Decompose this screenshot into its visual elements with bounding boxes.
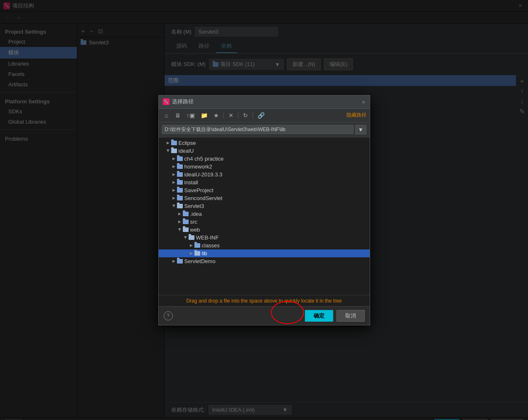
tree-item-classes[interactable]: ▶ classes [159,242,370,249]
tree-folder-eclipse [171,141,177,145]
drop-hint: Drag and drop a file into the space abov… [159,295,370,306]
tree-arrow-src: ▶ [177,220,183,224]
toolbar-sep1 [223,112,224,119]
tree-item-saveproject[interactable]: ▶ SaveProject [159,186,370,194]
tree-label-servlet3: Servlet3 [184,203,204,209]
select-path-dialog: 🔧 选择路径 × ⌂ 🖥 ↑▣ 📁 ★ ✕ ↻ 🔗 隐藏路径 ▼ [158,95,370,325]
tree-folder-ch4 [177,156,183,161]
tree-folder-hw2 [177,164,183,169]
dialog-cancel-button[interactable]: 取消 [336,310,365,322]
tree-arrow-saveproject: ▶ [171,188,177,192]
tree-folder-idea [183,212,189,216]
toolbar-bookmark-button[interactable]: ★ [211,111,221,120]
toolbar-newfolder-button[interactable]: 📁 [199,111,210,120]
dialog-toolbar: ⌂ 🖥 ↑▣ 📁 ★ ✕ ↻ 🔗 隐藏路径 [159,109,370,122]
tree-arrow-second: ▶ [171,196,177,200]
toolbar-sep3 [253,112,253,119]
tree-folder-servletdemo [177,259,183,264]
tree-item-servletdemo[interactable]: ▶ ServletDemo [159,257,370,265]
tree-item-hw2[interactable]: ▶ homework2 [159,163,370,171]
tree-arrow-servlet3: ▶ [172,203,176,209]
toolbar-link-button[interactable]: 🔗 [255,111,267,120]
tree-label-idea: .idea [190,211,202,217]
tree-arrow-idealu: ▶ [166,148,170,154]
tree-label-eclipse: Eclipse [179,140,196,146]
tree-item-servlet3[interactable]: ▶ Servlet3 [159,202,370,210]
toolbar-sep2 [238,112,238,119]
dialog-overlay: 🔧 选择路径 × ⌂ 🖥 ↑▣ 📁 ★ ✕ ↻ 🔗 隐藏路径 ▼ [0,0,528,420]
dialog-action-buttons: 确定 取消 [305,310,365,322]
toolbar-desktop-button[interactable]: 🖥 [173,111,183,120]
dialog-confirm-button[interactable]: 确定 [305,310,333,322]
tree-arrow-idea: ▶ [177,212,183,216]
tree-item-install[interactable]: ▶ install [159,178,370,186]
tree-folder-second [177,196,183,200]
tree-label-servletdemo: ServletDemo [184,258,216,264]
tree-folder-classes [194,243,200,248]
tree-label-web: web [190,227,200,233]
tree-folder-idealu2019 [177,172,183,177]
tree-arrow-servletdemo: ▶ [171,259,177,263]
tree-folder-servlet3 [177,204,183,208]
tree-item-idea[interactable]: ▶ .idea [159,210,370,218]
tree-label-install: install [184,179,198,186]
tree-label-hw2: homework2 [184,164,212,170]
tree-label-idealu: idealU [179,148,194,154]
hide-path-link[interactable]: 隐藏路径 [346,112,366,119]
tree-arrow-webinf: ▶ [184,234,188,240]
tree-label-classes: classes [202,242,220,249]
toolbar-parent-button[interactable]: ↑▣ [184,111,197,120]
dialog-path-row: ▼ [159,122,370,137]
tree-item-idealu2019[interactable]: ▶ idealU-2019.3.3 [159,171,370,178]
tree-folder-idealu [171,149,177,153]
tree-folder-src [183,220,189,224]
dialog-close-button[interactable]: × [362,98,366,105]
toolbar-refresh-button[interactable]: ↻ [241,111,250,120]
tree-arrow-install: ▶ [171,180,177,184]
dialog-help-button[interactable]: ? [164,311,173,320]
tree-label-second: SencondServlet [184,195,223,201]
tree-label-webinf: WEB-INF [196,234,219,241]
tree-arrow-lib: ▶ [189,251,194,255]
dialog-footer: ? 确定 取消 [159,306,370,325]
dialog-app-icon: 🔧 [163,98,169,105]
tree-arrow-ch4: ▶ [171,156,177,161]
dialog-title: 选择路径 [172,98,194,105]
tree-item-lib[interactable]: ▶ lib [159,249,370,257]
tree-arrow-web: ▶ [178,227,182,232]
dialog-path-browse-button[interactable]: ▼ [355,125,366,134]
tree-folder-webinf [189,235,194,240]
dialog-path-input[interactable] [162,125,354,134]
tree-item-src[interactable]: ▶ src [159,218,370,226]
tree-item-ch4[interactable]: ▶ ch4 ch5 practice [159,155,370,163]
dialog-title-left: 🔧 选择路径 [163,98,194,105]
dialog-file-tree[interactable]: ▶ Eclipse ▶ idealU ▶ ch4 ch5 practice ▶ … [159,137,370,295]
tree-arrow-eclipse: ▶ [165,141,171,145]
tree-folder-web [183,227,189,232]
tree-folder-lib [194,251,200,256]
tree-item-web[interactable]: ▶ web [159,226,370,234]
tree-label-ch4: ch4 ch5 practice [184,156,224,162]
toolbar-delete-button[interactable]: ✕ [226,111,236,120]
tree-arrow-idealu2019: ▶ [171,172,177,176]
tree-item-eclipse[interactable]: ▶ Eclipse [159,139,370,147]
tree-folder-install [177,180,183,185]
tree-item-webinf[interactable]: ▶ WEB-INF [159,234,370,242]
dialog-titlebar: 🔧 选择路径 × [159,95,370,109]
tree-label-saveproject: SaveProject [184,187,214,193]
toolbar-home-button[interactable]: ⌂ [162,111,171,120]
tree-label-lib: lib [202,250,207,256]
tree-arrow-hw2: ▶ [171,164,177,168]
tree-label-src: src [190,219,197,225]
tree-item-second[interactable]: ▶ SencondServlet [159,194,370,202]
tree-arrow-classes: ▶ [189,243,194,247]
tree-folder-saveproject [177,188,183,193]
tree-label-idealu2019: idealU-2019.3.3 [184,171,223,178]
tree-item-idealu[interactable]: ▶ idealU [159,147,370,155]
